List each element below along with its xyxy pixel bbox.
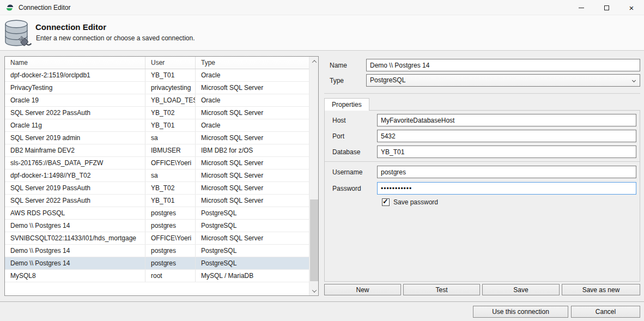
username-label: Username [332,168,362,176]
cell-type: Oracle [196,94,309,106]
type-label: Type [330,77,344,84]
close-button[interactable]: × [619,0,644,15]
page-title: Connection Editor [35,22,106,32]
port-input[interactable] [377,130,636,142]
cell-name: MySQL8 [5,270,145,282]
saved-connections-table: Name User Type dpf-docker-2:1519/orclpdb… [4,56,319,296]
name-label: Name [330,62,347,69]
cell-type: Microsoft SQL Server [196,157,309,169]
connection-table-body: dpf-docker-2:1519/orclpdb1 YB_T01 Oracle… [5,69,309,282]
cell-user: YB_T01 [145,119,196,131]
table-scrollbar[interactable] [309,57,318,295]
cell-user: YB_T02 [145,182,196,194]
table-row[interactable]: dpf-docker-1:1498//YB_T02 sa Microsoft S… [5,169,309,182]
table-row[interactable]: Oracle 19 YB_LOAD_TEST Oracle [5,94,309,107]
maximize-button[interactable] [594,0,619,15]
table-row[interactable]: DB2 Mainframe DEV2 IBMUSER IBM DB2 for z… [5,144,309,157]
table-row[interactable]: Demo \\ Postgres 14 postgres PostgreSQL [5,220,309,232]
table-row[interactable]: Demo \\ Postgres 14 postgres PostgreSQL [5,245,309,257]
table-row[interactable]: sls-201765://BAS_DATA_PFZW OFFICE\Yoeri … [5,157,309,169]
cell-type: IBM DB2 for z/OS [196,144,309,156]
table-row[interactable]: SQL Server 2022 PassAuth YB_T01 Microsof… [5,195,309,207]
cell-type: PostgreSQL [196,220,309,232]
cell-type: PostgreSQL [196,257,309,269]
database-input[interactable] [377,146,636,158]
port-label: Port [332,132,344,140]
cell-type: MySQL / MariaDB [196,270,309,282]
combo-chevron-down-icon [632,78,636,82]
cell-type: Microsoft SQL Server [196,107,309,119]
table-row[interactable]: SQL Server 2019 PassAuth YB_T02 Microsof… [5,182,309,195]
test-button[interactable]: Test [403,284,480,295]
cell-type: Oracle [196,119,309,131]
scrollbar-thumb[interactable] [310,199,318,281]
database-plug-icon [3,19,32,49]
chevron-down-icon [312,288,316,292]
cell-name: DB2 Mainframe DEV2 [5,144,145,156]
cell-name: SQL Server 2019 PassAuth [5,182,145,194]
table-row[interactable]: dpf-docker-2:1519/orclpdb1 YB_T01 Oracle [5,69,309,82]
save-as-new-button[interactable]: Save as new [562,284,640,295]
cell-type: Microsoft SQL Server [196,169,309,181]
cell-user: OFFICE\Yoeri [145,232,196,244]
table-row[interactable]: Demo \\ Postgres 14 postgres PostgreSQL [5,257,309,270]
table-row[interactable]: MySQL8 root MySQL / MariaDB [5,270,309,282]
table-row[interactable]: Oracle 11g YB_T01 Oracle [5,119,309,132]
cell-type: Microsoft SQL Server [196,182,309,194]
connection-name-input[interactable] [366,59,640,71]
cancel-button[interactable]: Cancel [571,306,640,318]
minimize-button[interactable] [569,0,594,15]
header-banner: Connection Editor Enter a new connection… [0,15,644,51]
cell-name: Demo \\ Postgres 14 [5,257,145,269]
type-select[interactable]: PostgreSQL [366,74,640,87]
scroll-down-button[interactable] [309,286,319,295]
password-input[interactable] [377,182,636,195]
table-row[interactable]: PrivacyTesting privacytesting Microsoft … [5,82,309,94]
cell-name: SVNIBCSQLT022:11433/I01/hds_mortgage [5,232,145,244]
close-icon: × [629,4,634,12]
cell-user: YB_T01 [145,69,196,81]
new-button[interactable]: New [324,284,401,295]
minimize-icon [579,8,584,8]
tab-properties[interactable]: Properties [324,98,369,111]
cell-name: Demo \\ Postgres 14 [5,245,145,257]
cell-name: SQL Server 2019 admin [5,132,145,144]
cell-name: AWS RDS PGSQL [5,207,145,219]
cell-type: PostgreSQL [196,245,309,257]
cell-user: privacytesting [145,82,196,94]
cell-user: postgres [145,245,196,257]
cell-user: YB_T02 [145,107,196,119]
table-row[interactable]: SVNIBCSQLT022:11433/I01/hds_mortgage OFF… [5,232,309,245]
column-header-user[interactable]: User [145,57,196,69]
cell-user: postgres [145,207,196,219]
host-input[interactable] [377,114,636,126]
scroll-up-button[interactable] [309,57,319,66]
column-header-type[interactable]: Type [196,57,309,69]
connection-editor-window: Connection Editor × Connection Editor En… [0,0,644,321]
save-password-label: Save password [393,198,438,206]
table-row[interactable]: SQL Server 2022 PassAuth YB_T02 Microsof… [5,107,309,119]
password-label: Password [332,185,361,192]
cell-name: dpf-docker-2:1519/orclpdb1 [5,69,145,81]
cell-name: SQL Server 2022 PassAuth [5,107,145,119]
use-this-connection-button[interactable]: Use this connection [473,306,568,318]
save-button[interactable]: Save [482,284,560,295]
cell-name: Oracle 19 [5,94,145,106]
username-input[interactable] [377,166,636,178]
host-label: Host [332,117,346,124]
cell-user: root [145,270,196,282]
cell-type: Microsoft SQL Server [196,232,309,244]
chevron-up-icon [312,60,316,64]
column-header-name[interactable]: Name [5,57,145,69]
cell-type: PostgreSQL [196,207,309,219]
table-row[interactable]: AWS RDS PGSQL postgres PostgreSQL [5,207,309,220]
database-label: Database [332,148,360,156]
maximize-icon [604,5,609,10]
cell-name: Oracle 11g [5,119,145,131]
table-row[interactable]: SQL Server 2019 admin sa Microsoft SQL S… [5,132,309,144]
cell-name: PrivacyTesting [5,82,145,94]
save-password-checkbox[interactable] [382,198,390,206]
cell-name: sls-201765://BAS_DATA_PFZW [5,157,145,169]
cell-type: Microsoft SQL Server [196,195,309,207]
cell-type: Microsoft SQL Server [196,132,309,144]
